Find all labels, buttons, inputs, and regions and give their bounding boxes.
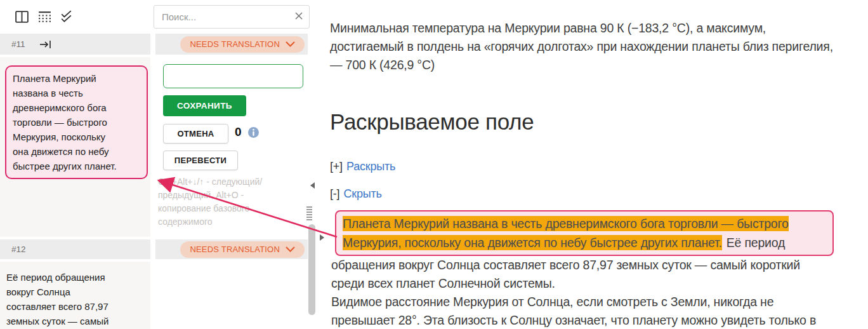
- doc-text-line: достигаемый в полдень на «горячих долгот…: [330, 37, 833, 56]
- grid-table-icon: [37, 9, 53, 25]
- source-text-line: она движется по небу: [13, 144, 140, 159]
- expand-panel-arrow-icon[interactable]: [320, 234, 324, 241]
- collapse-bracket: [-]: [330, 187, 339, 200]
- source-text-line: древнеримского бога: [13, 100, 140, 115]
- collapse-panel-arrow-icon[interactable]: [310, 182, 315, 189]
- tab-marker-icon: [39, 40, 52, 49]
- segments-panel: #11 NEEDS TRANSLATION Планета Меркурий: [0, 0, 330, 329]
- source-text-line: названа в честь: [13, 86, 140, 100]
- doc-text-line: среди всех планет Солнечной системы.: [331, 274, 816, 293]
- chevron-down-icon: [286, 39, 295, 49]
- source-text: Её период обращения вокруг Солнца состав…: [0, 262, 150, 329]
- doc-text-line: Минимальная температура на Меркурии равн…: [330, 19, 833, 37]
- split-view-icon: [14, 9, 30, 25]
- translation-input[interactable]: [163, 64, 303, 88]
- section-heading: Раскрываемое поле: [330, 109, 534, 135]
- segment-12-status-cell: NEEDS TRANSLATION: [155, 239, 308, 259]
- active-source-highlight-box: Планета Меркурий названа в честь древнер…: [5, 65, 148, 179]
- status-label: NEEDS TRANSLATION: [190, 245, 280, 254]
- source-text-line: Меркурия, поскольку: [13, 130, 140, 144]
- search-input[interactable]: [154, 11, 292, 22]
- translation-app: #11 NEEDS TRANSLATION Планета Меркурий: [0, 0, 868, 329]
- source-text-line: земных суток — самый: [6, 314, 144, 328]
- segment-number: #11: [11, 39, 25, 49]
- collapse-row: [-]Скрыть: [330, 187, 382, 201]
- active-segment-annotation-box: Планета Меркурий названа в честь древнер…: [335, 210, 834, 256]
- save-button[interactable]: СОХРАНИТЬ: [163, 95, 246, 116]
- status-label: NEEDS TRANSLATION: [190, 39, 280, 49]
- clear-search-button[interactable]: [292, 11, 310, 22]
- expand-row: [+]Раскрыть: [330, 160, 395, 173]
- grid-view-button[interactable]: [37, 8, 53, 25]
- split-view-button[interactable]: [14, 8, 30, 25]
- following-text: Её период: [722, 236, 785, 250]
- close-icon: [294, 11, 303, 22]
- orbit-paragraph: обращения вокруг Солнца составляет всего…: [331, 256, 816, 329]
- segment-12-source-cell[interactable]: Её период обращения вокруг Солнца состав…: [0, 262, 150, 329]
- source-text-line: быстрее других планет.: [13, 159, 140, 173]
- search-box: [154, 5, 310, 29]
- highlighted-sentence: Меркурия, поскольку она движется по небу…: [343, 235, 722, 250]
- translate-button[interactable]: ПЕРЕВЕСТИ: [163, 151, 238, 170]
- doc-text-line: Видимое расстояние Меркурия от Солнца, е…: [331, 293, 816, 311]
- expand-bracket: [+]: [330, 160, 343, 173]
- chevron-down-icon: [286, 245, 295, 254]
- double-check-icon: [58, 9, 75, 25]
- temperature-paragraph: Минимальная температура на Меркурии равн…: [330, 19, 833, 74]
- segments-toolbar: [0, 0, 320, 33]
- doc-text-line: превышает 28°. Эта близость к Солнцу озн…: [331, 311, 816, 329]
- confirm-all-button[interactable]: [58, 8, 75, 25]
- scrollbar-thumb[interactable]: [308, 224, 315, 315]
- source-text-line: торговли — быстрого: [13, 115, 140, 130]
- segment-12-header[interactable]: #12: [0, 239, 150, 259]
- cancel-button[interactable]: ОТМЕНА: [163, 124, 228, 144]
- segment-11-header[interactable]: #11: [0, 34, 150, 55]
- shortcut-hint: Ctrl+Alt+↓/↑ - следующий/предыдущий, Alt…: [158, 175, 282, 229]
- collapse-link[interactable]: Скрыть: [343, 187, 381, 200]
- status-dropdown[interactable]: NEEDS TRANSLATION: [180, 241, 305, 258]
- doc-text-line: — 700 К (426,9 °C): [330, 56, 833, 74]
- document-preview: Минимальная температура на Меркурии равн…: [330, 0, 868, 329]
- segment-11-status-cell: NEEDS TRANSLATION: [155, 34, 308, 55]
- source-text-line: вокруг Солнца: [6, 285, 144, 299]
- source-text-line: Её период обращения: [6, 270, 144, 285]
- expand-link[interactable]: Раскрыть: [346, 160, 395, 173]
- segment-11-source-cell[interactable]: Планета Меркурий названа в честь древнер…: [0, 57, 150, 237]
- status-dropdown[interactable]: NEEDS TRANSLATION: [180, 36, 305, 53]
- match-counter: 0: [235, 125, 242, 139]
- info-icon[interactable]: [248, 127, 259, 138]
- highlighted-sentence: Планета Меркурий названа в честь древнер…: [343, 216, 789, 231]
- doc-text-line: обращения вокруг Солнца составляет всего…: [331, 256, 816, 274]
- segment-number: #12: [11, 245, 26, 254]
- source-text-line: составляет всего 87,97: [6, 299, 144, 314]
- splitter-drag-handle[interactable]: [306, 206, 312, 222]
- source-text-line: Планета Меркурий: [13, 71, 140, 86]
